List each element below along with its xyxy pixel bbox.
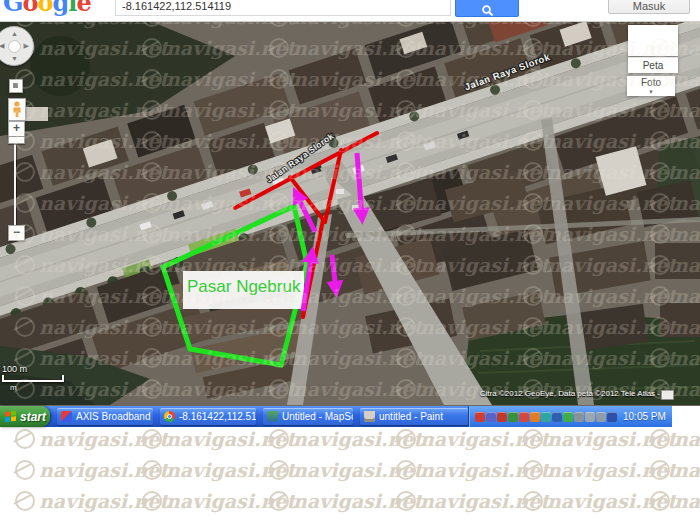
- taskbar-clock[interactable]: 10:05 PM: [623, 411, 666, 422]
- zoom-slider-knob[interactable]: [8, 136, 25, 144]
- globe-icon: [15, 491, 35, 511]
- map-type-foto-button[interactable]: Foto ▼: [627, 76, 675, 96]
- watermark: navigasi.net: [142, 490, 295, 512]
- street-label-main: Jalan Raya Slorok: [463, 51, 552, 92]
- search-icon: [481, 1, 494, 16]
- zoom-in-button[interactable]: +: [8, 121, 25, 137]
- start-button[interactable]: start: [0, 406, 50, 427]
- map-type-panel: [628, 25, 678, 56]
- tray-icon[interactable]: [552, 412, 562, 422]
- globe-icon: [142, 429, 162, 449]
- globe-icon: [142, 460, 162, 480]
- report-problem-icon[interactable]: [661, 390, 674, 400]
- tray-icon[interactable]: [508, 412, 518, 422]
- google-maps-topbar: Google Masuk: [0, 0, 700, 22]
- search-input[interactable]: [115, 0, 451, 16]
- direction-arrow-down-right: [357, 153, 362, 218]
- mapsource-icon: [267, 411, 278, 422]
- watermark: navigasi.net: [396, 459, 549, 481]
- foto-label: Foto: [627, 76, 675, 90]
- zoom-slider-track[interactable]: [14, 138, 16, 225]
- scale-sub-label: m: [10, 383, 64, 392]
- search-button[interactable]: [455, 0, 519, 17]
- globe-icon: [269, 460, 289, 480]
- globe-icon: [650, 460, 670, 480]
- globe-icon: [523, 460, 543, 480]
- globe-icon: [15, 460, 35, 480]
- map-viewport[interactable]: Pasar Ngebruk Jalan Raya Slorok Jalan Ra…: [0, 21, 700, 406]
- task-label: AXIS Broadband 3G: [76, 411, 153, 422]
- tray-icon[interactable]: [541, 412, 551, 422]
- watermark: navigasi.net: [650, 459, 700, 481]
- pan-down-icon[interactable]: ▼: [11, 55, 18, 62]
- system-tray: 10:05 PM: [468, 406, 672, 427]
- watermark: navigasi.net: [15, 459, 168, 481]
- pan-center-button[interactable]: [8, 40, 21, 53]
- globe-icon: [142, 491, 162, 511]
- google-logo: Google: [3, 0, 91, 17]
- pegman-icon: [12, 101, 22, 118]
- reset-view-button[interactable]: [9, 79, 23, 93]
- map-annotations: Pasar Ngebruk Jalan Raya Slorok Jalan Ra…: [0, 21, 700, 406]
- watermark: navigasi.net: [650, 428, 700, 450]
- street-view-pegman[interactable]: [8, 98, 26, 121]
- axis-app-icon: [61, 411, 72, 422]
- start-label: start: [20, 410, 46, 424]
- tray-icon[interactable]: [475, 412, 485, 422]
- watermark: navigasi.net: [523, 490, 676, 512]
- task-label: Untitled - MapSource: [282, 411, 353, 422]
- windows-flag-icon: [5, 411, 17, 423]
- watermark: navigasi.net: [142, 428, 295, 450]
- screenshot-root: Google Masuk: [0, 0, 700, 525]
- tray-icon[interactable]: [486, 412, 496, 422]
- masuk-button[interactable]: Masuk: [608, 0, 690, 14]
- tray-icon[interactable]: [607, 412, 617, 422]
- scale-line: [2, 375, 64, 382]
- watermark: navigasi.net: [269, 490, 422, 512]
- task-mapsource[interactable]: Untitled - MapSource: [263, 408, 353, 425]
- globe-icon: [396, 429, 416, 449]
- tray-icon[interactable]: [497, 412, 507, 422]
- watermark: navigasi.net: [15, 428, 168, 450]
- tray-icon[interactable]: [574, 412, 584, 422]
- watermark: navigasi.net: [396, 490, 549, 512]
- task-axis-broadband[interactable]: AXIS Broadband 3G: [57, 408, 153, 425]
- globe-icon: [523, 429, 543, 449]
- watermark: navigasi.net: [523, 459, 676, 481]
- map-copyright: Citra ©2012 GeoEye, Data peta ©2012 Tele…: [480, 389, 660, 398]
- paint-icon: [364, 411, 375, 422]
- globe-icon: [396, 460, 416, 480]
- watermark: navigasi.net: [142, 459, 295, 481]
- scale-label: 100 m: [2, 364, 64, 374]
- task-paint[interactable]: untitled - Paint: [360, 408, 468, 425]
- direction-arrow-down: [332, 255, 336, 291]
- map-type-peta-button[interactable]: Peta: [628, 57, 678, 73]
- watermark: navigasi.net: [396, 428, 549, 450]
- watermark: navigasi.net: [269, 428, 422, 450]
- street-label-secondary: Jalan Raya Slorok: [264, 131, 335, 185]
- watermark: navigasi.net: [650, 490, 700, 512]
- globe-icon: [650, 429, 670, 449]
- zoom-out-button[interactable]: −: [8, 225, 25, 241]
- globe-icon: [396, 491, 416, 511]
- pan-left-icon[interactable]: ◀: [0, 42, 4, 49]
- globe-icon: [15, 429, 35, 449]
- tray-icon[interactable]: [585, 412, 595, 422]
- area-label: Pasar Ngebruk: [187, 277, 301, 296]
- watermark: navigasi.net: [523, 428, 676, 450]
- tray-icon[interactable]: [596, 412, 606, 422]
- tray-icon[interactable]: [563, 412, 573, 422]
- tray-icon[interactable]: [530, 412, 540, 422]
- task-chrome-maps[interactable]: -8.161422,112.51...: [160, 408, 256, 425]
- chrome-icon: [164, 411, 175, 422]
- chevron-down-icon[interactable]: ▼: [627, 90, 675, 95]
- globe-icon: [269, 429, 289, 449]
- task-label: untitled - Paint: [379, 411, 443, 422]
- tray-icon[interactable]: [519, 412, 529, 422]
- pan-up-icon[interactable]: ▲: [11, 30, 18, 37]
- watermark: navigasi.net: [15, 490, 168, 512]
- globe-icon: [269, 491, 289, 511]
- windows-taskbar: start AXIS Broadband 3G -8.161422,112.51…: [0, 406, 667, 427]
- pan-right-icon[interactable]: ▶: [24, 42, 29, 49]
- globe-icon: [523, 491, 543, 511]
